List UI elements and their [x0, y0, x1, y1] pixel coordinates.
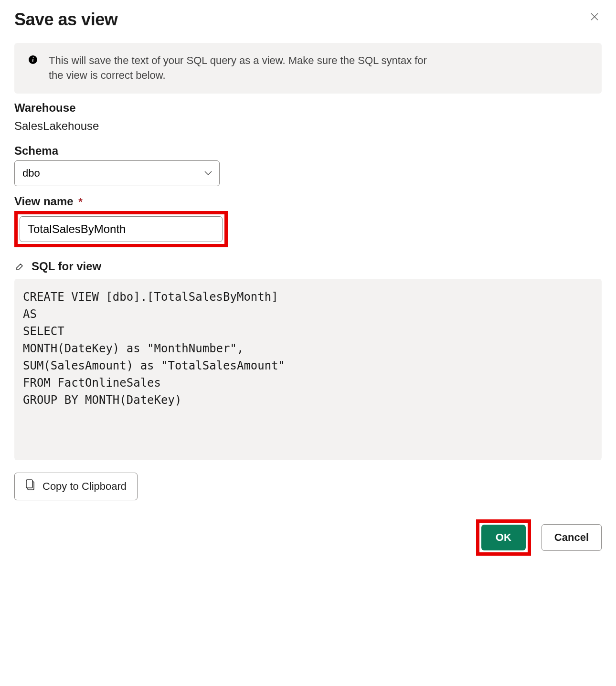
warehouse-label: Warehouse	[14, 101, 602, 115]
close-icon	[590, 11, 599, 23]
schema-label: Schema	[14, 144, 602, 158]
schema-select[interactable]: dbo	[14, 160, 220, 186]
copy-icon	[25, 479, 36, 494]
svg-rect-1	[26, 480, 32, 488]
dialog-header: Save as view	[14, 10, 602, 30]
view-name-input[interactable]	[20, 216, 223, 242]
view-name-label: View name *	[14, 195, 602, 208]
info-icon: i	[29, 55, 37, 64]
cancel-button[interactable]: Cancel	[542, 524, 602, 551]
dialog-title: Save as view	[14, 10, 117, 30]
view-name-highlight	[14, 211, 228, 247]
close-button[interactable]	[587, 10, 602, 26]
eraser-icon	[14, 260, 25, 273]
ok-button[interactable]: OK	[481, 525, 526, 550]
ok-highlight: OK	[476, 519, 531, 556]
info-banner: i This will save the text of your SQL qu…	[14, 43, 602, 94]
sql-heading: SQL for view	[32, 260, 101, 273]
required-asterisk: *	[78, 196, 83, 208]
sql-header: SQL for view	[14, 260, 602, 273]
warehouse-value: SalesLakehouse	[14, 119, 602, 133]
dialog-actions: OK Cancel	[14, 519, 602, 556]
info-text: This will save the text of your SQL quer…	[49, 53, 440, 83]
schema-select-wrap: dbo	[14, 160, 220, 186]
copy-button-label: Copy to Clipboard	[42, 480, 127, 493]
copy-clipboard-button[interactable]: Copy to Clipboard	[14, 473, 138, 500]
sql-code-box[interactable]: CREATE VIEW [dbo].[TotalSalesByMonth] AS…	[14, 279, 602, 460]
view-name-label-text: View name	[14, 195, 74, 208]
